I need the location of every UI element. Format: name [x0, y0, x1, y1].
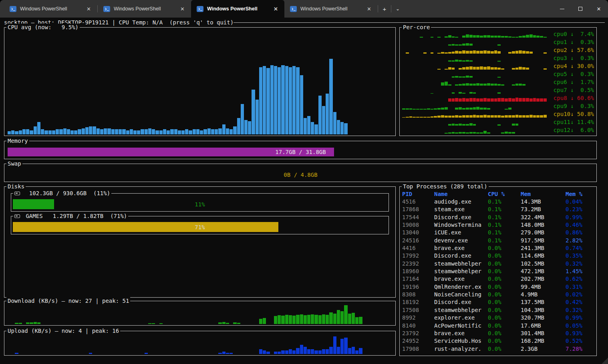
new-tab-button[interactable]: + [378, 0, 391, 18]
chart-bar [119, 129, 122, 134]
tab-dropdown-button[interactable]: ⌄ [391, 0, 404, 18]
tab-windows-powershell-2[interactable]: ❯_Windows PowerShell✕ [98, 0, 191, 18]
maximize-button[interactable] [571, 0, 590, 18]
chart-bar [211, 129, 214, 134]
chart-bar [497, 98, 501, 102]
process-cell: 7.28% [566, 346, 595, 352]
chart-bar [63, 128, 66, 134]
process-cell: 0.23% [566, 206, 595, 212]
chart-bar [459, 124, 462, 126]
memory-panel: Memory 17.7GB / 31.8GB [4, 141, 597, 159]
chart-bar [300, 314, 303, 324]
process-row: 17908rust-analyzer.0.0%2.3GB7.28% [402, 345, 595, 352]
chart-bar [207, 128, 211, 134]
chart-bar [8, 131, 11, 134]
tab-close-icon[interactable]: ✕ [84, 5, 93, 13]
memory-gauge: 17.7GB / 31.8GB [8, 148, 594, 156]
chart-bar [226, 128, 229, 134]
close-icon: ✕ [597, 6, 601, 12]
chart-bar [402, 108, 405, 110]
chart-bar [314, 315, 318, 324]
column-header[interactable]: PID [402, 191, 434, 197]
chart-bar [448, 98, 451, 102]
core-row-cpu8: cpu8 ↓ 60.6% [401, 94, 595, 102]
chart-bar [466, 108, 469, 110]
chart-bar [487, 35, 490, 38]
chart-bar [459, 98, 462, 102]
chart-bar [152, 323, 155, 324]
tab-windows-powershell-3[interactable]: ❯_Windows PowerShell✕ [191, 0, 284, 18]
swap-gauge-label: 0B / 4.8GB [8, 172, 594, 178]
process-cell: 2.3GB [521, 346, 566, 352]
core-sparkline-cpu1 [402, 39, 547, 46]
download-chart [8, 305, 392, 324]
chart-bar [512, 124, 515, 126]
column-header[interactable]: Mem % [566, 191, 595, 197]
chart-bar [536, 98, 540, 102]
chart-bar [85, 127, 89, 134]
tab-close-icon[interactable]: ✕ [178, 5, 187, 13]
column-header[interactable]: CPU % [488, 191, 521, 197]
chart-bar [459, 132, 462, 134]
chart-bar [476, 107, 479, 110]
core-sparkline-cpu6 [402, 79, 547, 86]
process-cell: 320.7MB [521, 314, 566, 321]
tab-close-icon[interactable]: ✕ [364, 5, 374, 13]
process-cell: 0.0% [488, 268, 521, 274]
process-cell: 24516 [402, 237, 434, 244]
chart-bar [466, 76, 469, 78]
core-label-cpu12: cpu12↓ 6.0% [554, 127, 594, 133]
chart-bar [462, 50, 465, 54]
chart-bar [281, 316, 284, 324]
process-cell: 472.1MB [521, 268, 566, 274]
chart-bar [355, 350, 358, 354]
process-cell: 22392 [402, 260, 434, 267]
chart-bar [431, 116, 434, 118]
chart-bar [522, 51, 525, 54]
chart-bar [233, 322, 236, 324]
chart-bar [82, 128, 85, 134]
chart-bar [448, 67, 451, 70]
chart-bar [441, 108, 444, 110]
chart-bar [483, 108, 487, 110]
close-button[interactable]: ✕ [590, 0, 608, 18]
chart-bar [519, 84, 522, 86]
tab-windows-powershell-4[interactable]: ❯_Windows PowerShell✕ [284, 0, 378, 18]
chart-bar [480, 36, 483, 38]
tab-windows-powershell-1[interactable]: ❯_Windows PowerShell✕ [4, 0, 97, 18]
chart-bar [304, 347, 307, 354]
process-row: 18192Discord.exe0.0%137.5MB0.42% [402, 298, 595, 306]
core-row-cpu2: cpu2 ↓ 57.6% [401, 46, 595, 54]
chart-bar [519, 115, 522, 118]
process-cell: 0.93% [566, 330, 595, 336]
tab-close-icon[interactable]: ✕ [271, 5, 280, 13]
chart-bar [423, 117, 427, 118]
chart-bar [145, 129, 148, 134]
chart-bar [497, 61, 501, 62]
chart-bar [241, 104, 244, 135]
process-cell: 0.0% [488, 276, 521, 282]
process-cell: 0.31% [566, 284, 595, 290]
chart-bar [469, 115, 473, 118]
chart-bar [304, 118, 307, 134]
core-row-cpu10: cpu10↓ 50.8% [401, 110, 595, 118]
minimize-button[interactable] [553, 0, 571, 18]
chart-bar [544, 115, 547, 118]
core-label-cpu9: cpu9 ↓ 0.3% [554, 103, 594, 109]
chart-bar [170, 129, 173, 134]
column-header[interactable]: Name [434, 191, 488, 197]
chart-bar [137, 130, 140, 134]
column-header[interactable]: Mem [521, 191, 566, 197]
chart-bar [473, 84, 476, 86]
chart-bar [459, 76, 462, 78]
process-cell: 0.0% [488, 338, 521, 344]
chart-bar [487, 98, 490, 102]
chart-bar [540, 115, 543, 118]
chart-bar [307, 116, 310, 134]
resize-grip[interactable] [602, 358, 608, 364]
chart-bar [522, 98, 525, 102]
chart-bar [427, 117, 430, 118]
chart-bar [469, 60, 473, 62]
chart-bar [178, 130, 181, 134]
chart-bar [427, 108, 430, 110]
